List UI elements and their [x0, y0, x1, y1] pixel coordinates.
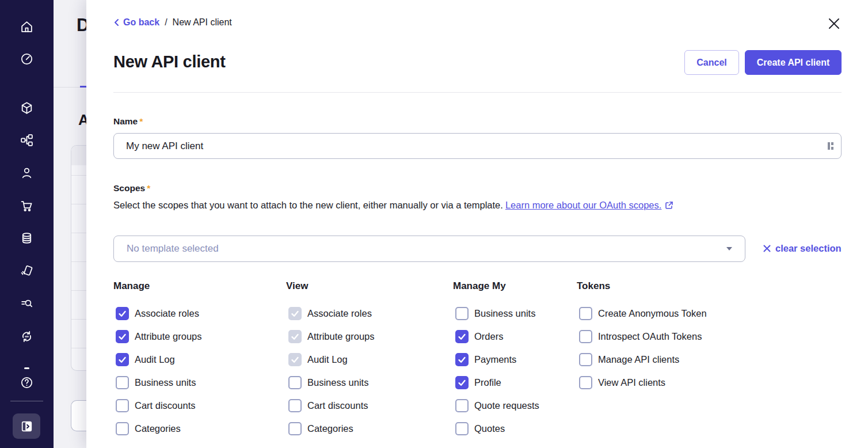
scope-group-manage: ManageAssociate rolesAttribute groupsAud…	[113, 280, 286, 440]
scope-row: Categories	[113, 417, 286, 440]
scope-row: Quotes	[453, 417, 577, 440]
scope-row: Attribute groups	[286, 325, 453, 348]
check-icon	[457, 332, 467, 341]
scope-row: Business units	[286, 371, 453, 394]
go-back-link[interactable]: Go back	[113, 17, 159, 28]
scope-group-view: ViewAssociate rolesAttribute groupsAudit…	[286, 280, 453, 440]
sidebar-divider	[10, 401, 43, 401]
expand-sidebar-button[interactable]	[13, 413, 40, 439]
scope-label: Quote requests	[474, 400, 539, 411]
check-icon	[290, 355, 300, 365]
audit-log-icon[interactable]	[20, 297, 34, 311]
scopes-description: Select the scopes that you want to attac…	[113, 200, 673, 211]
autofill-extension-icon[interactable]	[828, 142, 836, 150]
required-asterisk: *	[147, 183, 150, 193]
unchecked-checkbox[interactable]	[455, 307, 469, 320]
unchecked-checkbox[interactable]	[455, 399, 469, 412]
breadcrumb-separator: /	[165, 17, 167, 28]
clear-selection-label: clear selection	[775, 243, 842, 254]
create-api-client-button[interactable]: Create API client	[745, 50, 842, 75]
close-icon	[827, 17, 841, 31]
check-icon	[457, 355, 467, 365]
checked-checkbox[interactable]	[116, 330, 129, 343]
unchecked-checkbox[interactable]	[579, 307, 592, 320]
breadcrumb-current: New API client	[173, 17, 232, 28]
scope-label: Audit Log	[307, 354, 348, 365]
breadcrumb: Go back / New API client	[113, 17, 232, 28]
unchecked-checkbox[interactable]	[455, 422, 469, 435]
close-button[interactable]	[826, 16, 842, 32]
scope-label: Business units	[474, 308, 535, 319]
scope-row: Create Anonymous Token	[577, 302, 707, 325]
checked-checkbox[interactable]	[455, 330, 469, 343]
sidebar	[0, 0, 54, 448]
unchecked-checkbox[interactable]	[579, 376, 592, 389]
home-icon[interactable]	[20, 20, 34, 34]
unchecked-checkbox[interactable]	[116, 399, 129, 412]
unchecked-checkbox[interactable]	[288, 399, 302, 412]
checked-checkbox[interactable]	[116, 307, 129, 320]
unchecked-checkbox[interactable]	[116, 422, 129, 435]
unchecked-checkbox[interactable]	[116, 376, 129, 389]
discounts-icon[interactable]	[20, 231, 34, 245]
scope-label: Introspect OAuth Tokens	[598, 331, 702, 342]
scope-label: Quotes	[474, 423, 505, 434]
external-link-icon	[665, 201, 673, 210]
scope-label: Create Anonymous Token	[598, 308, 707, 319]
page-title: New API client	[113, 52, 226, 71]
scope-row: Audit Log	[286, 348, 453, 371]
new-api-client-modal: Go back / New API client New API client …	[86, 0, 868, 448]
go-back-label: Go back	[123, 17, 159, 28]
check-icon	[117, 355, 127, 365]
help-icon[interactable]	[20, 375, 34, 390]
scope-group-title: Manage	[113, 280, 286, 292]
chevron-down-icon	[726, 247, 732, 250]
check-icon	[117, 332, 127, 341]
unchecked-checkbox[interactable]	[288, 376, 302, 389]
scope-groups: ManageAssociate rolesAttribute groupsAud…	[113, 280, 707, 440]
operations-sync-icon[interactable]	[20, 329, 34, 344]
oauth-scopes-link[interactable]: Learn more about our OAuth scopes.	[505, 200, 674, 210]
scope-row: Attribute groups	[113, 325, 286, 348]
scope-label: Audit Log	[135, 354, 175, 365]
unchecked-checkbox[interactable]	[579, 330, 592, 343]
clear-x-icon	[763, 244, 771, 253]
template-dropdown-value: No template selected	[127, 243, 726, 255]
products-icon[interactable]	[20, 101, 34, 115]
orders-icon[interactable]	[20, 199, 34, 213]
disabled-checked-checkbox	[288, 330, 302, 343]
name-input[interactable]	[113, 133, 842, 159]
scope-label: Business units	[307, 377, 368, 388]
scope-label: Cart discounts	[307, 400, 368, 411]
checked-checkbox[interactable]	[116, 353, 129, 366]
scope-row: Cart discounts	[286, 394, 453, 417]
scope-label: Business units	[135, 377, 196, 388]
check-icon	[117, 309, 127, 318]
scope-label: Orders	[474, 331, 503, 342]
checked-checkbox[interactable]	[455, 376, 469, 389]
scope-row: Business units	[113, 371, 286, 394]
scope-label: Manage API clients	[598, 354, 679, 365]
dashboard-icon[interactable]	[20, 52, 34, 66]
unchecked-checkbox[interactable]	[579, 353, 592, 366]
payments-icon[interactable]	[20, 264, 34, 278]
customers-icon[interactable]	[20, 166, 34, 180]
scope-label: Associate roles	[307, 308, 372, 319]
checked-checkbox[interactable]	[455, 353, 469, 366]
scope-label: Attribute groups	[307, 331, 374, 342]
scope-row: Cart discounts	[113, 394, 286, 417]
scope-label: Categories	[307, 423, 353, 434]
template-dropdown[interactable]: No template selected	[113, 236, 745, 262]
name-label: Name*	[113, 116, 143, 127]
categories-icon[interactable]	[20, 133, 34, 147]
scope-row: Categories	[286, 417, 453, 440]
check-icon	[290, 309, 300, 318]
clear-selection-link[interactable]: clear selection	[763, 243, 842, 254]
unchecked-checkbox[interactable]	[288, 422, 302, 435]
chevron-left-icon	[113, 18, 120, 26]
disabled-checked-checkbox	[288, 307, 302, 320]
scope-row: Orders	[453, 325, 577, 348]
scope-row: Audit Log	[113, 348, 286, 371]
scope-row: Quote requests	[453, 394, 577, 417]
cancel-button[interactable]: Cancel	[684, 50, 739, 75]
